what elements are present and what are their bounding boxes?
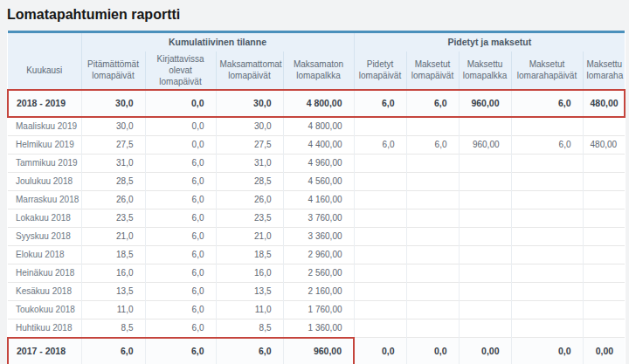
value-cell: 6,0 [216, 338, 283, 364]
value-cell [511, 154, 583, 172]
value-cell: 6,0 [145, 209, 216, 227]
value-cell [459, 300, 511, 319]
value-cell: 6,0 [145, 319, 216, 338]
value-cell: 0,0 [511, 338, 583, 364]
value-cell: 4 400,00 [283, 135, 354, 154]
value-cell: 30,0 [216, 90, 283, 117]
value-cell [583, 227, 625, 245]
month-cell: Heinäkuu 2018 [8, 264, 81, 282]
value-cell: 13,5 [81, 282, 145, 300]
column-header-9: Maksettu lomaraha [583, 52, 625, 90]
value-cell [511, 209, 583, 227]
value-cell [583, 300, 625, 319]
value-cell: 960,00 [283, 338, 354, 364]
value-cell: 960,00 [459, 135, 511, 154]
table-row: Heinäkuu 201816,06,016,02 560,00 [8, 264, 625, 282]
value-cell [583, 209, 625, 227]
month-cell: Joulukuu 2018 [8, 172, 81, 190]
value-cell: 28,5 [81, 172, 145, 190]
value-cell: 27,5 [81, 135, 145, 154]
value-cell: 31,0 [216, 154, 283, 172]
month-cell: Helmikuu 2019 [8, 135, 81, 154]
value-cell [406, 319, 459, 338]
month-cell: Tammikuu 2019 [8, 154, 81, 172]
column-header-4: Maksamaton lomapalkka [283, 52, 354, 90]
table-row: Huhtikuu 20188,56,08,51 360,00 [8, 319, 625, 338]
value-cell [354, 245, 406, 264]
table-row: Joulukuu 201828,56,028,54 560,00 [8, 172, 625, 190]
value-cell: 0,0 [145, 90, 216, 117]
value-cell [406, 300, 459, 319]
column-header-0: Kuukausi [8, 52, 81, 90]
table-row: Helmikuu 201927,50,027,54 400,006,06,096… [8, 135, 625, 154]
value-cell [354, 209, 406, 227]
value-cell: 28,5 [216, 172, 283, 190]
value-cell: 0,0 [406, 338, 459, 364]
value-cell: 23,5 [81, 209, 145, 227]
value-cell [583, 172, 625, 190]
month-cell: Toukokuu 2018 [8, 300, 81, 319]
vacation-report-table: Kumulatiivinen tilanne Pidetyt ja makset… [7, 31, 626, 364]
value-cell [406, 245, 459, 264]
value-cell: 0,00 [459, 338, 511, 364]
value-cell: 2 560,00 [283, 264, 354, 282]
month-cell: 2018 - 2019 [8, 90, 81, 117]
value-cell: 8,5 [81, 319, 145, 338]
value-cell: 13,5 [216, 282, 283, 300]
value-cell [406, 154, 459, 172]
column-header-3: Maksamattomat lomapäivät [216, 52, 283, 90]
value-cell: 6,0 [145, 154, 216, 172]
value-cell [511, 300, 583, 319]
value-cell: 4 160,00 [283, 190, 354, 209]
value-cell: 16,0 [81, 264, 145, 282]
value-cell [354, 190, 406, 209]
value-cell [511, 282, 583, 300]
value-cell: 3 760,00 [283, 209, 354, 227]
value-cell: 4 960,00 [283, 154, 354, 172]
table-row: Marraskuu 201826,06,026,04 160,00 [8, 190, 625, 209]
report-page: Lomatapahtumien raportti Kumulatiivinen … [0, 0, 629, 364]
column-header-5: Pidetyt lomapäivät [354, 52, 406, 90]
value-cell: 8,5 [216, 319, 283, 338]
value-cell: 6,0 [145, 227, 216, 245]
page-title: Lomatapahtumien raportti [7, 7, 624, 23]
value-cell: 4 800,00 [283, 117, 354, 136]
value-cell: 1 760,00 [283, 300, 354, 319]
value-cell: 11,0 [81, 300, 145, 319]
value-cell: 2 160,00 [283, 282, 354, 300]
corner-cell [8, 32, 81, 52]
month-cell: Lokakuu 2018 [8, 209, 81, 227]
value-cell [354, 227, 406, 245]
value-cell [511, 264, 583, 282]
value-cell: 480,00 [583, 90, 625, 117]
month-cell: Elokuu 2018 [8, 245, 81, 264]
value-cell [459, 154, 511, 172]
value-cell: 23,5 [216, 209, 283, 227]
value-cell [354, 154, 406, 172]
value-cell [511, 227, 583, 245]
column-header-6: Maksetut lomapäivät [406, 52, 459, 90]
value-cell: 11,0 [216, 300, 283, 319]
value-cell [511, 172, 583, 190]
value-cell [354, 117, 406, 136]
value-cell: 480,00 [583, 135, 625, 154]
column-header-7: Maksettu lomapalkka [459, 52, 511, 90]
table-row: Toukokuu 201811,06,011,01 760,00 [8, 300, 625, 319]
value-cell [459, 319, 511, 338]
value-cell [511, 319, 583, 338]
value-cell: 31,0 [81, 154, 145, 172]
value-cell: 18,5 [216, 245, 283, 264]
value-cell [354, 319, 406, 338]
value-cell: 26,0 [216, 190, 283, 209]
summary-row: 2017 - 20186,06,06,0960,000,00,00,000,00… [8, 338, 625, 364]
value-cell: 21,0 [81, 227, 145, 245]
month-cell: Huhtikuu 2018 [8, 319, 81, 338]
value-cell [583, 264, 625, 282]
value-cell [406, 282, 459, 300]
month-cell: Kesäkuu 2018 [8, 282, 81, 300]
value-cell [459, 117, 511, 136]
value-cell: 6,0 [354, 90, 406, 117]
value-cell: 4 800,00 [283, 90, 354, 117]
value-cell [511, 117, 583, 136]
value-cell: 18,5 [81, 245, 145, 264]
